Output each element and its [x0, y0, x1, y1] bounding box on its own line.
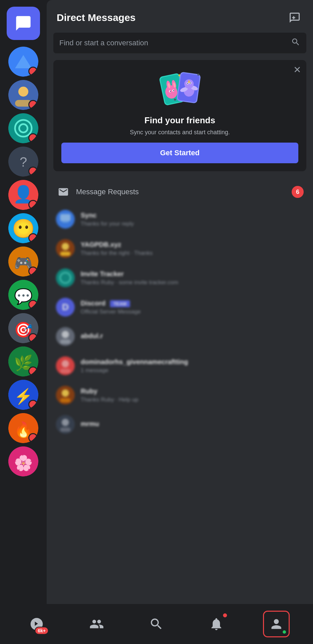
server-badge-9 — [28, 366, 38, 376]
server-badge-10 — [28, 400, 38, 409]
dm-item-0[interactable]: Sync Thanks for your reply — [47, 205, 313, 234]
sidebar-item-6[interactable]: 🎮 — [8, 247, 38, 277]
server-badge-8 — [28, 333, 38, 342]
server-badge-11 — [28, 433, 38, 442]
svg-text:🌸: 🌸 — [14, 454, 33, 472]
new-dm-icon — [289, 12, 301, 24]
sidebar-item-8[interactable]: 🎯 — [8, 313, 38, 343]
requests-badge: 6 — [292, 186, 304, 198]
new-dm-button[interactable] — [286, 9, 303, 26]
bottom-nav: 6k+ — [0, 604, 313, 644]
header: Direct Messages — [47, 0, 313, 33]
nav-notifications[interactable] — [203, 611, 230, 637]
server-badge-3 — [28, 167, 38, 176]
find-friends-card: ✕ ✦ — [53, 60, 306, 171]
dm-name-4: abdul.r — [81, 332, 304, 340]
sidebar-item-0[interactable] — [8, 47, 38, 77]
svg-rect-65 — [60, 339, 70, 343]
svg-rect-59 — [56, 269, 75, 287]
dm-name-0: Sync — [81, 212, 304, 219]
envelope-icon — [56, 185, 71, 199]
friends-icon — [89, 617, 104, 631]
dm-item-7[interactable]: mrmu — [47, 410, 313, 439]
nav-search[interactable] — [143, 611, 170, 637]
dm-name-5: dominadorhs_givennamecraftting — [81, 358, 304, 366]
sidebar-item-7[interactable]: 💬 — [8, 280, 38, 310]
server-badge-1 — [28, 100, 38, 109]
dm-info-7: mrmu — [81, 420, 304, 429]
dm-avatar-0 — [56, 210, 75, 229]
dm-item-6[interactable]: Ruby Thanks Ruby · Help up — [47, 380, 313, 410]
main-panel: Direct Messages ✕ — [47, 0, 313, 604]
dm-avatar-7 — [56, 415, 75, 434]
server-badge-4 — [28, 200, 38, 209]
dm-info-0: Sync Thanks for your reply — [81, 212, 304, 227]
server-badge-0 — [28, 67, 38, 76]
search-nav-icon — [149, 617, 164, 631]
dm-preview-6: Thanks Ruby · Help up — [81, 396, 304, 403]
svg-text:D: D — [62, 302, 69, 312]
dm-preview-1: Thanks for the right · Thanks — [81, 250, 304, 257]
svg-point-70 — [62, 389, 69, 397]
svg-rect-74 — [60, 427, 70, 431]
server-badge-6 — [28, 267, 38, 276]
dm-name-2: Invite Tracker — [81, 270, 304, 278]
nav-profile[interactable] — [263, 611, 290, 637]
sidebar-item-3[interactable]: ? — [8, 147, 38, 177]
dm-item-4[interactable]: abdul.r — [47, 322, 313, 351]
dm-item-5[interactable]: dominadorhs_givennamecraftting 1 message — [47, 351, 313, 380]
dm-avatar-5 — [56, 356, 75, 375]
dm-name-6: Ruby — [81, 387, 304, 395]
dm-info-6: Ruby Thanks Ruby · Help up — [81, 387, 304, 403]
svg-point-37 — [170, 91, 171, 92]
card-title: Find your friends — [61, 115, 298, 126]
sidebar-item-11[interactable]: 🔥 — [8, 413, 38, 443]
nav-friends[interactable] — [83, 611, 110, 637]
svg-point-52 — [197, 74, 199, 76]
sidebar-item-10[interactable]: ⚡ — [8, 380, 38, 410]
dm-name-3: Discord TEAM — [81, 300, 304, 307]
dm-avatar-6 — [56, 386, 75, 404]
online-status-dot — [282, 630, 287, 634]
sidebar-item-4[interactable]: 👤 — [8, 180, 38, 210]
server-badge-5 — [28, 233, 38, 243]
search-bar[interactable] — [53, 33, 306, 53]
get-started-button[interactable]: Get Started — [61, 143, 298, 163]
message-requests-row[interactable]: Message Requests 6 — [47, 179, 313, 205]
sidebar: ? 👤 😶 🎮 💬 🎯 🌿 — [0, 0, 47, 644]
sidebar-item-5[interactable]: 😶 — [8, 213, 38, 243]
message-icon — [15, 15, 32, 32]
dm-info-2: Invite Tracker Thanks Ruby · some invite… — [81, 270, 304, 286]
discord-team-badge: TEAM — [110, 300, 130, 307]
svg-point-3 — [18, 87, 28, 97]
dm-name-1: YAGPDB.xyz — [81, 241, 304, 249]
search-input[interactable] — [59, 39, 291, 47]
dm-preview-3: Official Server Message — [81, 309, 304, 315]
svg-point-38 — [173, 90, 174, 91]
dm-item-2[interactable]: Invite Tracker Thanks Ruby · some invite… — [47, 263, 313, 293]
dm-name-7: mrmu — [81, 420, 304, 428]
sidebar-item-1[interactable] — [8, 80, 38, 110]
svg-text:?: ? — [20, 155, 27, 169]
svg-point-67 — [62, 360, 69, 367]
dm-preview-5: 1 message — [81, 367, 304, 374]
nav-home[interactable]: 6k+ — [23, 611, 50, 637]
sidebar-dm-button[interactable] — [7, 7, 40, 40]
svg-rect-58 — [60, 252, 70, 256]
card-subtitle: Sync your contacts and start chatting. — [61, 129, 298, 136]
search-icon — [291, 37, 300, 49]
close-card-button[interactable]: ✕ — [293, 65, 301, 75]
dm-item-3[interactable]: D Discord TEAM Official Server Message — [47, 293, 313, 322]
dm-list: Sync Thanks for your reply YAGPDB.xyz Th… — [47, 205, 313, 439]
dm-info-4: abdul.r — [81, 332, 304, 341]
svg-rect-68 — [60, 369, 70, 373]
svg-rect-54 — [60, 214, 70, 221]
sidebar-item-12[interactable]: 🌸 — [8, 446, 38, 476]
sidebar-item-2[interactable] — [8, 113, 38, 143]
dm-item-1[interactable]: YAGPDB.xyz Thanks for the right · Thanks — [47, 234, 313, 263]
notification-dot — [222, 613, 228, 618]
dm-preview-0: Thanks for your reply — [81, 221, 304, 227]
svg-point-57 — [62, 243, 69, 250]
dm-preview-2: Thanks Ruby · some invite tracker.com — [81, 279, 304, 286]
sidebar-item-9[interactable]: 🌿 — [8, 346, 38, 376]
